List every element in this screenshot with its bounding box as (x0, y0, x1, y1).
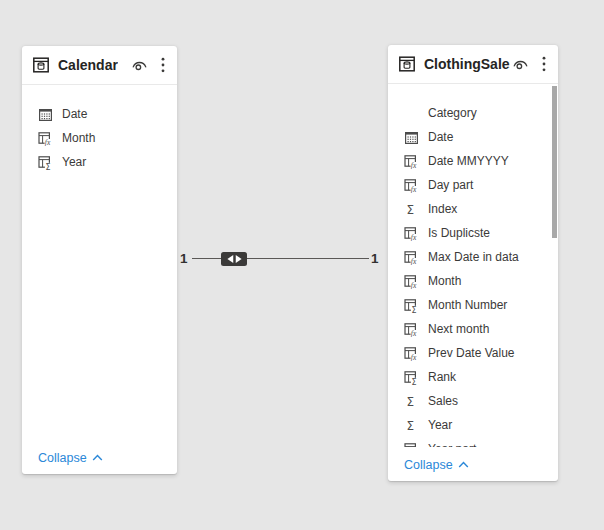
calculated-column-icon: fx (38, 131, 53, 146)
collapse-button[interactable]: Collapse (404, 458, 469, 472)
field-row[interactable]: fx Next month (388, 317, 558, 341)
calculated-column-icon: fx (404, 154, 419, 169)
calculated-column-icon: fx (404, 250, 419, 265)
calculated-column-icon: fx (404, 226, 419, 241)
svg-text:Σ: Σ (411, 377, 416, 384)
svg-text:Σ: Σ (406, 419, 414, 433)
sum-column-icon: Σ (404, 442, 419, 448)
chevron-up-icon (92, 454, 103, 462)
cardinality-left: 1 (180, 250, 188, 268)
sum-column-icon: Σ (404, 370, 419, 385)
field-label: Year part (428, 442, 476, 447)
svg-text:fx: fx (411, 353, 417, 361)
field-row[interactable]: Σ Year (388, 413, 558, 437)
field-label: Rank (428, 370, 456, 384)
sum-icon: Σ (404, 202, 419, 217)
sum-column-icon: Σ (404, 298, 419, 313)
svg-text:fx: fx (411, 281, 417, 289)
more-options-icon[interactable] (540, 54, 548, 74)
field-label: Month (428, 274, 461, 288)
field-label: Index (428, 202, 457, 216)
field-label: Next month (428, 322, 489, 336)
field-list: Date fx Month Σ Year (22, 86, 177, 196)
field-row[interactable]: fx Month (388, 269, 558, 293)
svg-text:fx: fx (411, 233, 417, 241)
collapse-label: Collapse (404, 458, 453, 472)
eye-icon[interactable] (129, 56, 150, 74)
calculated-column-icon: fx (404, 274, 419, 289)
field-label: Is Duplicste (428, 226, 490, 240)
model-view-canvas: Calendar Date (0, 0, 604, 530)
field-row[interactable]: Σ Sales (388, 389, 558, 413)
field-row[interactable]: Σ Month Number (388, 293, 558, 317)
field-row[interactable]: Date (22, 102, 177, 126)
svg-text:Σ: Σ (45, 162, 50, 169)
both-directions-icon (225, 254, 244, 264)
svg-text:Σ: Σ (406, 203, 414, 217)
svg-text:fx: fx (411, 185, 417, 193)
cardinality-right: 1 (371, 250, 379, 268)
field-row[interactable]: fx Is Duplicste (388, 221, 558, 245)
no-icon (404, 106, 419, 121)
sum-icon: Σ (404, 394, 419, 409)
field-label: Month (62, 131, 95, 145)
calculated-column-icon: fx (404, 346, 419, 361)
table-card-header: Calendar (22, 46, 177, 85)
field-label: Date (62, 107, 87, 121)
field-row[interactable]: fx Prev Date Value (388, 341, 558, 365)
field-list: Category Date fx Date MMYYYY fx Day part (388, 85, 558, 447)
calendar-date-icon (404, 130, 419, 145)
table-title: ClothingSales (424, 56, 510, 72)
svg-text:Σ: Σ (411, 305, 416, 312)
field-row[interactable]: Σ Index (388, 197, 558, 221)
more-options-icon[interactable] (159, 55, 167, 75)
svg-text:fx: fx (411, 257, 417, 265)
field-label: Year (62, 155, 86, 169)
scrollbar-thumb[interactable] (552, 86, 557, 238)
field-label: Category (428, 106, 477, 120)
field-row[interactable]: fx Max Date in data (388, 245, 558, 269)
table-card-calendar[interactable]: Calendar Date (22, 46, 177, 474)
collapse-button[interactable]: Collapse (38, 451, 103, 465)
table-icon (398, 55, 416, 73)
sum-icon: Σ (404, 418, 419, 433)
svg-text:Σ: Σ (406, 395, 414, 409)
field-label: Date (428, 130, 453, 144)
field-label: Month Number (428, 298, 507, 312)
field-row[interactable]: Σ Year (22, 150, 177, 174)
field-row[interactable]: Category (388, 101, 558, 125)
field-label: Date MMYYYY (428, 154, 509, 168)
eye-icon[interactable] (510, 55, 531, 73)
table-card-clothingsales[interactable]: ClothingSales Category (388, 45, 558, 481)
field-label: Year (428, 418, 452, 432)
field-label: Max Date in data (428, 250, 519, 264)
cross-filter-direction-badge[interactable] (221, 252, 247, 266)
field-row[interactable]: Date (388, 125, 558, 149)
field-label: Sales (428, 394, 458, 408)
table-title: Calendar (58, 57, 118, 73)
field-row[interactable]: Σ Year part (388, 437, 558, 447)
chevron-up-icon (458, 461, 469, 469)
table-card-header: ClothingSales (388, 45, 558, 84)
svg-text:fx: fx (411, 329, 417, 337)
field-row[interactable]: Σ Rank (388, 365, 558, 389)
field-row[interactable]: fx Day part (388, 173, 558, 197)
field-row[interactable]: fx Month (22, 126, 177, 150)
field-label: Prev Date Value (428, 346, 515, 360)
field-row[interactable]: fx Date MMYYYY (388, 149, 558, 173)
svg-text:fx: fx (45, 138, 51, 146)
table-icon (32, 56, 50, 74)
calendar-date-icon (38, 107, 53, 122)
collapse-label: Collapse (38, 451, 87, 465)
calculated-column-icon: fx (404, 178, 419, 193)
relationship-line[interactable] (192, 258, 369, 259)
sum-column-icon: Σ (38, 155, 53, 170)
calculated-column-icon: fx (404, 322, 419, 337)
svg-text:fx: fx (411, 161, 417, 169)
field-label: Day part (428, 178, 473, 192)
